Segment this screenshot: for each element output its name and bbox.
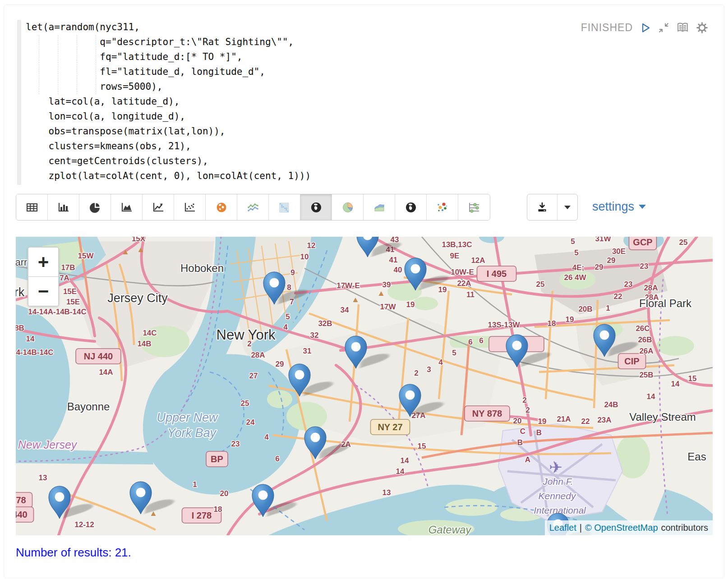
road-number-label: 23 xyxy=(231,440,240,448)
road-number-label: 19 xyxy=(538,417,547,426)
map-zoom-control: + − xyxy=(28,247,59,307)
attribution-suffix: contributors xyxy=(661,523,709,533)
collapse-icon[interactable] xyxy=(658,22,669,33)
road-number-label: 15W xyxy=(78,252,94,260)
road-number-label: 14 xyxy=(396,467,405,476)
map-place-label: Jersey City xyxy=(107,291,168,305)
result-count-text: Number of results: 21. xyxy=(16,546,131,560)
road-number-label: 39 xyxy=(382,280,391,289)
leaflet-map-button[interactable] xyxy=(300,194,332,220)
line-icon xyxy=(152,202,165,213)
bar-chart-button[interactable] xyxy=(48,194,79,220)
road-number-label: 10 xyxy=(300,253,309,261)
heatmap-icon xyxy=(278,202,291,213)
road-number-label: 20B xyxy=(578,305,592,313)
road-number-label: 12 xyxy=(307,241,316,250)
road-number-label: 13S-13W xyxy=(488,321,521,329)
sliders-button[interactable] xyxy=(458,194,490,220)
zoom-in-button[interactable]: + xyxy=(28,248,58,277)
road-number-label: 2 xyxy=(525,406,530,414)
table-button[interactable] xyxy=(16,194,48,220)
svg-text:BP: BP xyxy=(211,454,223,464)
code-editor[interactable]: let(a=random(nyc311, q="descriptor_t:\"R… xyxy=(16,20,539,185)
pie-chart-colored-button[interactable] xyxy=(332,194,364,220)
pie-chart-button[interactable] xyxy=(79,194,111,220)
svg-text:I 495: I 495 xyxy=(487,269,507,279)
globe-map-2-button[interactable] xyxy=(395,194,427,220)
road-number-label: 28A xyxy=(644,284,658,292)
map-canvas[interactable]: ✈ xyxy=(16,237,713,535)
map-place-label: Bayonne xyxy=(67,400,110,413)
settings-label: settings xyxy=(592,200,634,214)
road-number-label: 14A xyxy=(99,368,113,377)
road-number-label: 20 xyxy=(220,489,229,498)
globe-map-button[interactable] xyxy=(206,194,237,220)
road-number-label: 32B xyxy=(318,319,332,328)
road-number-label: 28A xyxy=(251,351,265,359)
editor-gutter xyxy=(17,20,21,185)
map-place-label: Eas xyxy=(687,450,706,463)
road-number-label: 13B,13C xyxy=(442,240,472,249)
road-number-label: 4 xyxy=(283,323,288,331)
road-number-label: 3 xyxy=(427,365,431,374)
road-shield: 278 xyxy=(16,492,32,508)
code-text[interactable]: let(a=random(nyc311, q="descriptor_t:\"R… xyxy=(26,20,311,184)
leaflet-link[interactable]: Leaflet xyxy=(549,523,576,533)
road-number-label: 25 xyxy=(536,280,545,289)
road-number-label: 15 xyxy=(418,442,426,450)
road-number-label: 13 xyxy=(382,488,391,497)
run-icon[interactable] xyxy=(640,22,651,34)
road-shield: GCP xyxy=(629,237,657,250)
road-number-label: B xyxy=(536,428,542,437)
svg-text:CIP: CIP xyxy=(624,356,639,366)
road-number-label: 18 xyxy=(214,505,222,514)
airplane-icon: ✈ xyxy=(549,458,562,477)
globe-black-icon xyxy=(310,202,323,213)
road-number-label: 6 xyxy=(468,338,472,346)
gear-icon[interactable] xyxy=(696,22,708,34)
road-shield: I 495 xyxy=(477,266,516,281)
bubble-chart-button[interactable] xyxy=(427,194,458,220)
openstreetmap-link[interactable]: © OpenStreetMap xyxy=(585,523,658,533)
line-chart-button[interactable] xyxy=(143,194,174,220)
road-shield: CIP xyxy=(618,354,646,369)
road-number-label: 17W-E xyxy=(336,281,360,290)
leaflet-map[interactable]: ✈ xyxy=(16,237,713,535)
road-number-label: 22A xyxy=(457,279,471,288)
download-caret-button[interactable] xyxy=(558,194,577,220)
area-chart-button[interactable] xyxy=(111,194,143,220)
settings-toggle[interactable]: settings xyxy=(592,194,646,220)
road-number-label: 2 xyxy=(522,396,526,404)
road-shield: BP xyxy=(206,451,228,467)
road-number-label: 12-12 xyxy=(74,520,94,529)
road-number-label: 25B xyxy=(639,371,653,379)
book-icon[interactable] xyxy=(676,22,689,34)
scatter-chart-button[interactable] xyxy=(174,194,206,220)
road-number-label: 19 xyxy=(566,315,574,324)
road-number-label: 26 4W xyxy=(564,273,586,282)
road-number-label: 18 xyxy=(548,319,556,328)
road-number-label: 26C xyxy=(636,324,650,333)
road-number-label: 20 xyxy=(513,417,522,425)
map-place-label: Upper New xyxy=(157,411,218,424)
zeppelin-paragraph: FINISHED xyxy=(0,0,728,579)
road-number-label: 4-14B-14C xyxy=(16,348,53,357)
paragraph-status-row: FINISHED xyxy=(581,22,708,34)
download-button[interactable] xyxy=(527,194,558,220)
attribution-separator: | xyxy=(580,523,582,533)
map-place-label: Floral Park xyxy=(639,297,692,309)
road-number-label: 23 xyxy=(624,280,633,289)
display-toolbar: settings xyxy=(16,194,713,220)
road-number-label: 26A xyxy=(639,347,653,355)
multi-line-chart-button[interactable] xyxy=(237,194,269,220)
zoom-out-button[interactable]: − xyxy=(28,277,58,306)
road-number-label: 14B xyxy=(137,340,151,348)
area-chart-colored-button[interactable] xyxy=(364,194,395,220)
map-place-label: Valley Stream xyxy=(629,411,696,423)
pie-colored-icon xyxy=(341,202,354,213)
road-number-label: 25 xyxy=(679,238,688,247)
heatmap-button[interactable] xyxy=(269,194,300,220)
road-number-label: 31W xyxy=(595,237,612,243)
bar-icon xyxy=(57,202,70,213)
road-number-label: 24B xyxy=(604,400,618,409)
